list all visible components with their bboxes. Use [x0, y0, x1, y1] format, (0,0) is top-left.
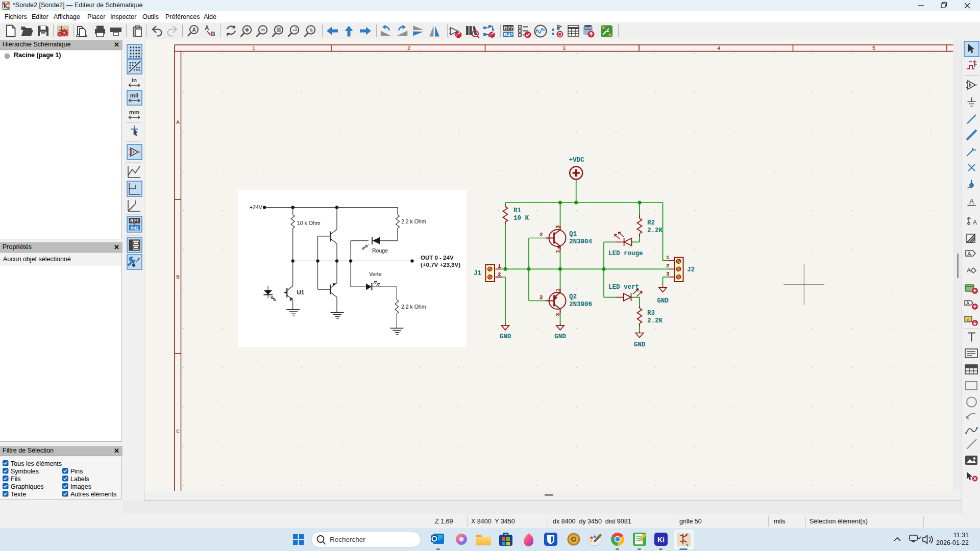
svg-text:2.2K: 2.2K — [647, 317, 663, 324]
svg-text:LED rouge: LED rouge — [608, 250, 643, 257]
svg-text:in: in — [132, 77, 137, 83]
svg-text:1: 1 — [252, 45, 256, 52]
svg-text:+24V: +24V — [250, 204, 262, 210]
svg-text:3: 3 — [555, 225, 561, 229]
svg-text:A: A — [967, 317, 970, 322]
svg-text:U1: U1 — [297, 289, 305, 295]
svg-text:Q2: Q2 — [569, 293, 577, 300]
svg-text:10 K: 10 K — [513, 215, 529, 222]
svg-text:2026-01-22: 2026-01-22 — [936, 539, 969, 546]
svg-text:Fils: Fils — [11, 475, 20, 483]
svg-text:2N3906: 2N3906 — [569, 301, 592, 308]
svg-text:C: C — [176, 429, 180, 435]
svg-text:Rouge: Rouge — [372, 247, 388, 254]
svg-text:J1: J1 — [474, 270, 481, 277]
svg-text:R42: R42 — [131, 226, 139, 231]
svg-text:4: 4 — [717, 45, 721, 52]
svg-text:GND: GND — [554, 333, 566, 340]
svg-text:10 k Ohm: 10 k Ohm — [297, 220, 321, 226]
svg-text:OUT 0 - 24V: OUT 0 - 24V — [421, 255, 454, 261]
svg-text:3: 3 — [562, 45, 566, 52]
svg-text:GND: GND — [634, 341, 646, 348]
svg-text:Verte: Verte — [369, 271, 382, 277]
svg-text:Q1: Q1 — [569, 231, 577, 238]
svg-text:mil: mil — [130, 92, 139, 98]
svg-text:1: 1 — [498, 263, 501, 269]
svg-text:R1: R1 — [513, 207, 521, 214]
svg-text:B: B — [176, 274, 180, 280]
svg-text:mm: mm — [129, 109, 139, 115]
svg-text:A: A — [967, 251, 971, 257]
svg-text:A: A — [973, 219, 977, 226]
svg-text:2.2 k Ohm: 2.2 k Ohm — [401, 304, 426, 310]
svg-text:11:31: 11:31 — [953, 532, 969, 539]
svg-text:2.2K: 2.2K — [647, 227, 663, 234]
svg-text:(+0,7V +23,3V): (+0,7V +23,3V) — [421, 262, 460, 268]
svg-text:2: 2 — [498, 271, 501, 278]
svg-text:1: 1 — [666, 255, 670, 261]
svg-text:R42: R42 — [504, 32, 512, 37]
svg-text:B: B — [211, 31, 215, 38]
svg-text:Symboles: Symboles — [11, 468, 39, 475]
svg-text:2: 2 — [540, 232, 543, 238]
svg-text:Ki: Ki — [657, 536, 665, 544]
svg-text:A: A — [967, 267, 971, 274]
svg-text:Autres éléments: Autres éléments — [70, 491, 116, 498]
svg-text:Graphiques: Graphiques — [11, 483, 44, 490]
svg-text:5: 5 — [872, 45, 876, 52]
svg-text:Labels: Labels — [70, 475, 89, 483]
svg-text:A: A — [966, 300, 970, 306]
svg-text:GND: GND — [657, 297, 669, 305]
svg-text:2: 2 — [666, 263, 670, 269]
svg-text:Rechercher: Rechercher — [330, 536, 365, 543]
svg-text:A: A — [205, 24, 209, 32]
svg-text:LED vert: LED vert — [608, 284, 639, 291]
svg-text:2.2 k Ohm: 2.2 k Ohm — [401, 218, 426, 224]
svg-text:Tous les éléments: Tous les éléments — [11, 460, 62, 467]
svg-text:A: A — [969, 197, 974, 205]
svg-text:3: 3 — [666, 271, 670, 277]
svg-text:Texte: Texte — [11, 491, 26, 498]
svg-text:Images: Images — [70, 483, 91, 490]
svg-text:GND: GND — [500, 333, 511, 340]
svg-text:.bom: .bom — [584, 26, 593, 30]
svg-text:2: 2 — [540, 294, 543, 300]
svg-text:R3: R3 — [647, 310, 655, 317]
svg-text:Pins: Pins — [70, 468, 83, 475]
svg-text:A: A — [192, 27, 195, 33]
svg-text:1: 1 — [555, 288, 561, 292]
svg-text:2: 2 — [407, 45, 411, 52]
svg-text:R??: R?? — [130, 218, 139, 223]
svg-text:3: 3 — [555, 313, 561, 316]
svg-text:1: 1 — [555, 249, 561, 253]
svg-text:+VDC: +VDC — [569, 157, 584, 164]
svg-text:2N3904: 2N3904 — [569, 238, 593, 245]
svg-text:R2: R2 — [647, 219, 655, 227]
svg-text:J2: J2 — [687, 266, 695, 273]
svg-text:A: A — [176, 119, 180, 126]
